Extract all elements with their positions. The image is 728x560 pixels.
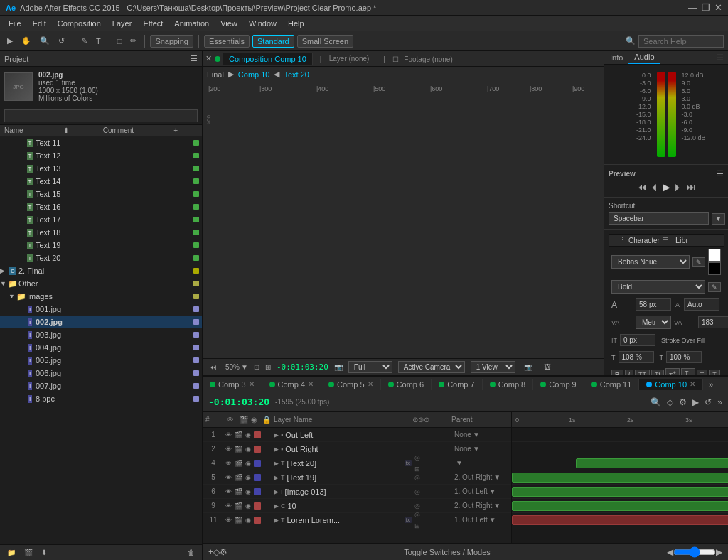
strikethrough-btn[interactable]: T [709, 370, 720, 376]
video-btn-4[interactable]: 🎬 [234, 459, 242, 468]
parent-arrow-9[interactable]: ▼ [493, 502, 500, 510]
stroke-input[interactable] [620, 334, 655, 346]
grid-icon[interactable]: ⊞ [265, 363, 271, 371]
smallcaps-btn[interactable]: Tt [651, 370, 664, 376]
search-input[interactable] [638, 35, 724, 48]
standard-label[interactable]: Standard [252, 35, 294, 48]
solo-btn-11[interactable]: ◉ [244, 516, 252, 524]
solo-btn-2[interactable]: ◉ [244, 445, 252, 453]
underline-btn[interactable]: T [697, 370, 708, 376]
minimize-button[interactable]: — [688, 2, 697, 13]
layer-settings-btn[interactable]: ⚙ [220, 547, 228, 557]
tool-pen[interactable]: ✎ [78, 35, 90, 47]
tl-loop-btn[interactable]: ↺ [705, 397, 712, 407]
view-select[interactable]: 1 View 2 Views [471, 361, 515, 373]
tab-info[interactable]: Info [604, 52, 628, 63]
tree-item-005[interactable]: I 005.jpg [0, 354, 202, 367]
tree-item-text16[interactable]: T Text 16 [0, 200, 202, 213]
shortcut-dropdown[interactable]: ▼ [712, 213, 725, 225]
new-folder-button[interactable]: 📁 [4, 547, 18, 558]
tree-item-text14[interactable]: T Text 14 [0, 175, 202, 188]
sw-motion-5[interactable]: ◎ [412, 472, 423, 483]
shortcut-input[interactable] [609, 212, 709, 225]
sub-btn[interactable]: T+ [681, 368, 695, 375]
expand-arrow-1[interactable]: ▶ [274, 431, 279, 438]
bold-btn[interactable]: B [611, 370, 623, 376]
video-btn-6[interactable]: 🎬 [234, 488, 242, 496]
eye-btn-4[interactable]: 👁 [224, 459, 232, 468]
expand-arrow-11[interactable]: ▶ [274, 517, 279, 524]
project-menu-icon[interactable]: ☰ [191, 54, 198, 63]
tree-item-004[interactable]: I 004.jpg [0, 341, 202, 354]
prev-play-btn[interactable]: ▶ [663, 181, 670, 193]
parent-arrow-2[interactable]: ▼ [473, 445, 480, 453]
tl-tab-comp9[interactable]: Comp 9 [533, 379, 584, 390]
menu-view[interactable]: View [215, 18, 243, 29]
tl-more-ctrl-btn[interactable]: » [717, 397, 722, 407]
timeline-timecode[interactable]: -0:01:03:20 [208, 397, 269, 407]
parent-arrow-5[interactable]: ▼ [493, 473, 500, 481]
tl-tab-comp8[interactable]: Comp 8 [483, 379, 534, 390]
camera-select[interactable]: Active Camera [398, 361, 465, 373]
char-tab-active[interactable]: Character [628, 237, 660, 244]
video-btn-5[interactable]: 🎬 [234, 473, 242, 482]
tree-item-other[interactable]: ▼ 📁 Other [0, 277, 202, 290]
stroke-color-swatch[interactable] [708, 262, 721, 275]
menu-file[interactable]: File [3, 18, 27, 29]
italic-btn[interactable]: I [625, 370, 634, 376]
tool-text[interactable]: T [93, 36, 104, 47]
super-btn[interactable]: T+ [665, 368, 680, 375]
vc-back-btn[interactable]: ⏮ [207, 362, 220, 372]
tracking-input[interactable] [698, 316, 728, 328]
tree-item-003[interactable]: I 003.jpg [0, 328, 202, 341]
text20-nav[interactable]: Text 20 [284, 70, 309, 79]
parent-arrow-4[interactable]: ▼ [456, 459, 463, 467]
solo-btn-9[interactable]: ◉ [244, 502, 252, 510]
tool-hand[interactable]: ✋ [18, 35, 34, 47]
tl-zoom-out-btn[interactable]: ◀ [667, 547, 673, 557]
tl-tab-comp11[interactable]: Comp 11 [584, 379, 640, 390]
close-comp5[interactable]: ✕ [368, 380, 373, 388]
fit-icon[interactable]: ⊡ [254, 363, 259, 371]
style-edit-btn[interactable]: ✎ [708, 282, 721, 292]
maximize-button[interactable]: ❐ [702, 2, 710, 13]
tree-item-006[interactable]: I 006.jpg [0, 367, 202, 379]
tl-tab-comp3[interactable]: Comp 3 ✕ [203, 379, 262, 390]
project-search-input[interactable] [4, 109, 198, 122]
tl-add-marker-btn[interactable]: ◇ [667, 397, 673, 407]
expand-arrow-6[interactable]: ▶ [274, 488, 279, 495]
tree-item-final[interactable]: ▶ C 2. Final [0, 264, 202, 277]
final-nav[interactable]: Final [207, 70, 224, 79]
video-btn-9[interactable]: 🎬 [234, 502, 242, 510]
prev-last-btn[interactable]: ⏭ [686, 181, 696, 193]
font-size-input[interactable] [636, 298, 671, 311]
tl-comp-settings-btn[interactable]: ⚙ [679, 397, 687, 407]
col-add-icon[interactable]: + [173, 126, 178, 134]
tool-zoom[interactable]: 🔍 [37, 35, 53, 47]
font-family-select[interactable]: Bebas Neue [611, 255, 690, 269]
font-style-select[interactable]: Bold Regular Italic [611, 280, 705, 294]
solo-btn-4[interactable]: ◉ [244, 459, 252, 468]
close-comp3[interactable]: ✕ [249, 380, 255, 388]
eye-btn-5[interactable]: 👁 [224, 473, 232, 482]
caps-btn[interactable]: TT [635, 370, 650, 376]
prev-back-btn[interactable]: ⏴ [650, 181, 660, 193]
tl-tab-comp6[interactable]: Comp 6 [381, 379, 432, 390]
close-button[interactable]: ✕ [714, 2, 722, 13]
tree-item-text12[interactable]: T Text 12 [0, 149, 202, 162]
snapping-label[interactable]: Snapping [150, 35, 193, 48]
tree-item-text20[interactable]: T Text 20 [0, 252, 202, 264]
delete-button[interactable]: 🗑 [185, 547, 198, 558]
sw-motion-11[interactable]: ◎ [412, 509, 423, 520]
menu-window[interactable]: Window [243, 18, 282, 29]
leading-input[interactable] [684, 298, 719, 311]
sw-motion-4[interactable]: ◎ [412, 452, 423, 463]
tree-item-text15[interactable]: T Text 15 [0, 188, 202, 200]
menu-help[interactable]: Help [282, 18, 310, 29]
resolution-select[interactable]: Full Half Quarter [348, 361, 392, 373]
tree-item-text17[interactable]: T Text 17 [0, 213, 202, 226]
tl-zoom-slider[interactable] [673, 546, 716, 558]
sw-3d-11[interactable]: ⊞ [412, 520, 423, 532]
eye-btn-1[interactable]: 👁 [224, 431, 232, 439]
info-menu[interactable]: ☰ [712, 52, 728, 64]
